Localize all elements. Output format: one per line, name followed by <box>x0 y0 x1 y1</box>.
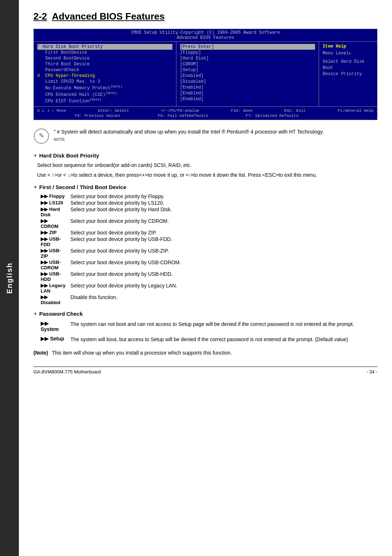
bios-row-6: Limit CPUID Max. to 3 <box>37 79 172 85</box>
bios-select-info: Select Hard Disk Boot Device Priority <box>323 59 373 77</box>
bios-footer-row2: F5: Previous Values F6: Fail-SafeDefault… <box>37 113 373 118</box>
bios-row-8: CPU Enhanced Halt (C1E)(Note) <box>37 91 172 98</box>
bottom-note-label: (Note) <box>33 350 48 356</box>
bios-center-row-0: [Press Enter] <box>180 44 315 50</box>
note-text: " # System will detect automatically and… <box>54 128 324 136</box>
note-text-block: " # System will detect automatically and… <box>54 128 324 142</box>
page-footer: GA-8VM800M-775 Motherboard - 34 - <box>33 367 377 375</box>
bios-inner: ' Hard Disk Boot Priority First BootDevi… <box>34 42 377 106</box>
device-item-usbhdd: ▶▶ USB-HDD Select your boot device prior… <box>41 271 377 282</box>
hdd-para2: Use < ↑>or < ↓>to select a device, then … <box>37 171 377 179</box>
bios-row-3: Third Boot Device <box>37 61 172 67</box>
pw-item-system: ▶▶ System The system can not boot and ca… <box>41 320 377 333</box>
device-item-harddisk: ▶▶ Hard Disk Select your boot device pri… <box>41 206 377 218</box>
bios-left: ' Hard Disk Boot Priority First BootDevi… <box>34 42 176 106</box>
pw-item-setup: ▶▶ Setup The system will boot, but acces… <box>41 335 377 344</box>
bios-center-row-2: [Hard Disk] <box>180 56 315 61</box>
footer-right: - 34 - <box>367 369 377 375</box>
page-title: 2-2 Advanced BIOS Features <box>33 11 377 22</box>
device-item-disabled: ▶▶ Disabled Disable this function. <box>41 294 377 306</box>
bios-center-row-8: [Enabled] <box>180 90 315 96</box>
bios-row-7: No-Execute Memory Protect(Note) <box>37 85 172 91</box>
bios-center-row-1: [Floppy] <box>180 50 315 56</box>
bios-center-row-5: [Enabled] <box>180 73 315 79</box>
bios-center-row-4: [Setup] <box>180 67 315 73</box>
section-boot-header: First / Second / Third Boot Device <box>33 184 377 190</box>
bios-row-5: # CPU Hyper-Threading <box>37 73 172 79</box>
pw-list: ▶▶ System The system can not boot and ca… <box>41 320 377 344</box>
bios-row-4: PasswordCheck <box>37 67 172 73</box>
bottom-note-text: This item will show up when you install … <box>52 350 232 356</box>
footer-left: GA-8VM800M-775 Motherboard <box>33 369 101 375</box>
bios-right: Item Help Menu Level▸ Select Hard Disk B… <box>319 42 377 106</box>
device-list: ▶▶ Floppy Select your boot device priori… <box>41 193 377 306</box>
device-item-cdrom: ▶▶ CDROM Select your boot device priorit… <box>41 218 377 229</box>
hdd-para1: Select boot sequence for onboard(or add-… <box>37 162 377 169</box>
bios-center-row-9: [Enabled] <box>180 96 315 102</box>
bios-center-row-7: [Enabled] <box>180 85 315 90</box>
bios-item-help: Item Help <box>323 44 373 49</box>
main-content: 2-2 Advanced BIOS Features CMOS Setup Ut… <box>19 0 392 385</box>
device-item-usbcdrom: ▶▶ USB-CDROM Select your boot device pri… <box>41 259 377 271</box>
device-item-ls120: ▶▶ LS120 Select your boot device priorit… <box>41 200 377 206</box>
bios-row-9: CPU EIST Function(Note) <box>37 98 172 104</box>
section-hdd-header: Hard Disk Boot Priority <box>33 152 377 159</box>
bios-footer-row1: K L J ↕ Move Enter: Select +/-/PU/PD:aVa… <box>37 108 373 113</box>
bios-center: [Press Enter] [Floppy] [Hard Disk] [CDRO… <box>176 42 319 106</box>
bios-center-row-6: [Disabled] <box>180 79 315 85</box>
bios-row-2: Second BootDevice <box>37 56 172 61</box>
device-item-floppy: ▶▶ Floppy Select your boot device priori… <box>41 193 377 200</box>
bottom-note: (Note) This item will show up when you i… <box>33 350 377 356</box>
device-item-usbfdd: ▶▶ USB-FDD Select your boot device prior… <box>41 236 377 248</box>
section-pw-header: Password Check <box>33 311 377 317</box>
bios-row-0: ' Hard Disk Boot Priority <box>37 44 172 50</box>
sidebar: English <box>0 0 19 556</box>
note-label: NOTE <box>54 137 324 142</box>
note-icon: ✎ <box>33 128 49 145</box>
bios-box: CMOS Setup Utility-Copyright (C) 1984-20… <box>33 29 377 120</box>
device-item-legacylan: ▶▶ Legacy LAN Select your boot device pr… <box>41 282 377 294</box>
sidebar-label: English <box>5 262 14 294</box>
bios-center-row-3: [CDROM] <box>180 61 315 67</box>
bios-footer: K L J ↕ Move Enter: Select +/-/PU/PD:aVa… <box>34 106 377 120</box>
device-item-usbzip: ▶▶ USB-ZIP Select your boot device prior… <box>41 248 377 259</box>
svg-text:✎: ✎ <box>39 132 44 139</box>
bios-menu-level: Menu Level▸ <box>323 50 373 56</box>
bios-title: CMOS Setup Utility-Copyright (C) 1984-20… <box>34 29 377 42</box>
note-section: ✎ " # System will detect automatically a… <box>33 128 377 145</box>
device-item-zip: ▶▶ ZIP Select your boot device priority … <box>41 229 377 236</box>
bios-row-1: First BootDevice <box>37 50 172 56</box>
